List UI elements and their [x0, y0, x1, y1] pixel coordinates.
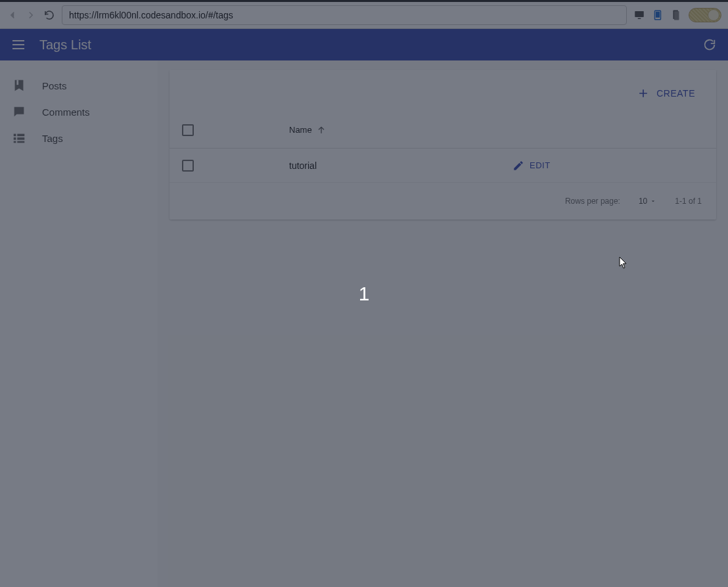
svg-rect-11	[14, 141, 16, 143]
app-refresh-button[interactable]	[702, 37, 717, 53]
row-checkbox-cell	[170, 160, 206, 172]
svg-rect-12	[17, 141, 24, 143]
svg-rect-7	[14, 134, 16, 137]
browser-toolbar: https://lrm6kl00nl.codesandbox.io/#/tags	[0, 0, 728, 29]
svg-rect-10	[17, 137, 24, 140]
sidebar-item-posts[interactable]: Posts	[0, 72, 158, 99]
preview-toggle[interactable]	[689, 8, 721, 22]
svg-rect-6	[16, 80, 18, 85]
svg-rect-8	[17, 134, 24, 137]
rows-per-page-label: Rows per page:	[565, 197, 620, 206]
column-header-name[interactable]: Name	[206, 125, 506, 135]
url-text: https://lrm6kl00nl.codesandbox.io/#/tags	[69, 10, 233, 20]
sidebar-item-tags[interactable]: Tags	[0, 125, 158, 151]
row-name-cell: tutorial	[206, 160, 506, 171]
row-checkbox[interactable]	[182, 160, 194, 172]
sidebar-item-label: Comments	[42, 106, 90, 118]
create-button-label: CREATE	[656, 88, 695, 99]
nav-forward-button[interactable]	[25, 9, 37, 21]
caret-down-icon	[650, 198, 656, 204]
chevron-right-icon	[25, 9, 37, 21]
table-row[interactable]: tutorial EDIT	[170, 149, 716, 183]
hamburger-icon	[11, 37, 26, 53]
svg-rect-3	[656, 12, 660, 18]
create-button[interactable]: CREATE	[631, 83, 700, 104]
chat-icon	[12, 105, 26, 119]
select-all-checkbox[interactable]	[182, 124, 194, 136]
toggle-knob	[708, 9, 719, 21]
plus-icon	[637, 87, 650, 100]
pagination-range: 1-1 of 1	[675, 197, 702, 206]
sidebar-item-label: Tags	[42, 133, 63, 144]
list-icon	[12, 131, 26, 145]
sidebar-item-comments[interactable]: Comments	[0, 99, 158, 125]
row-name-value: tutorial	[289, 160, 317, 171]
edit-button-label: EDIT	[530, 160, 551, 170]
browser-right-controls	[633, 8, 721, 22]
svg-rect-0	[635, 11, 644, 17]
edit-button[interactable]: EDIT	[512, 160, 716, 172]
device-tablet-icon[interactable]	[652, 9, 664, 21]
table-header: Name	[170, 112, 716, 149]
reload-icon	[43, 9, 55, 21]
refresh-icon	[702, 37, 717, 52]
rows-per-page-value: 10	[639, 197, 647, 206]
nav-reload-button[interactable]	[43, 9, 55, 21]
row-actions-cell: EDIT	[506, 160, 716, 172]
svg-rect-1	[638, 18, 641, 20]
app-layout: Posts Comments Tags CREATE	[0, 60, 728, 587]
arrow-up-icon	[316, 125, 327, 135]
menu-button[interactable]	[11, 37, 26, 53]
header-checkbox-cell	[170, 124, 206, 136]
chevron-left-icon	[7, 9, 18, 21]
pagination: Rows per page: 10 1-1 of 1	[170, 183, 716, 220]
sidebar: Posts Comments Tags	[0, 60, 158, 587]
page-title: Tags List	[39, 37, 702, 53]
list-card: CREATE Name	[170, 70, 716, 220]
card-actions: CREATE	[170, 70, 716, 112]
content-area: CREATE Name	[158, 60, 728, 587]
nav-back-button[interactable]	[7, 9, 18, 21]
svg-rect-5	[674, 11, 679, 20]
column-header-name-label: Name	[289, 125, 312, 135]
app-root: Tags List Posts Comments	[0, 29, 728, 587]
bookmark-icon	[12, 78, 26, 93]
rows-per-page-select[interactable]: 10	[639, 197, 656, 206]
device-mobile-icon[interactable]	[670, 9, 682, 21]
svg-rect-9	[14, 137, 16, 140]
pencil-icon	[512, 160, 524, 172]
sidebar-item-label: Posts	[42, 80, 67, 91]
app-bar: Tags List	[0, 29, 728, 60]
device-desktop-icon[interactable]	[633, 9, 645, 21]
url-bar[interactable]: https://lrm6kl00nl.codesandbox.io/#/tags	[62, 5, 627, 25]
